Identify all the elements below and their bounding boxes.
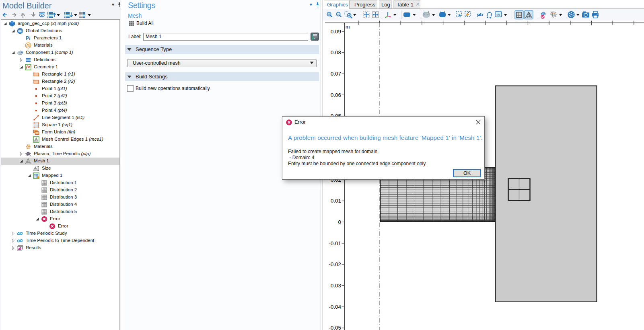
- svg-text:0: 0: [338, 219, 341, 225]
- svg-text:m: m: [346, 24, 350, 30]
- svg-text:i: i: [29, 37, 30, 41]
- svg-text:-0.04: -0.04: [329, 304, 341, 310]
- svg-text:0.01: 0.01: [331, 198, 341, 204]
- svg-text:0.09: 0.09: [331, 29, 341, 35]
- svg-text:-0.02: -0.02: [329, 261, 341, 267]
- svg-text:0.07: 0.07: [331, 71, 341, 77]
- svg-text:-0.01: -0.01: [329, 240, 341, 246]
- svg-text:-0.05: -0.05: [329, 325, 341, 330]
- svg-text:-0.03: -0.03: [329, 283, 341, 289]
- svg-text:0.06: 0.06: [331, 92, 341, 98]
- svg-text:P: P: [26, 35, 29, 41]
- svg-text:0.08: 0.08: [331, 49, 341, 55]
